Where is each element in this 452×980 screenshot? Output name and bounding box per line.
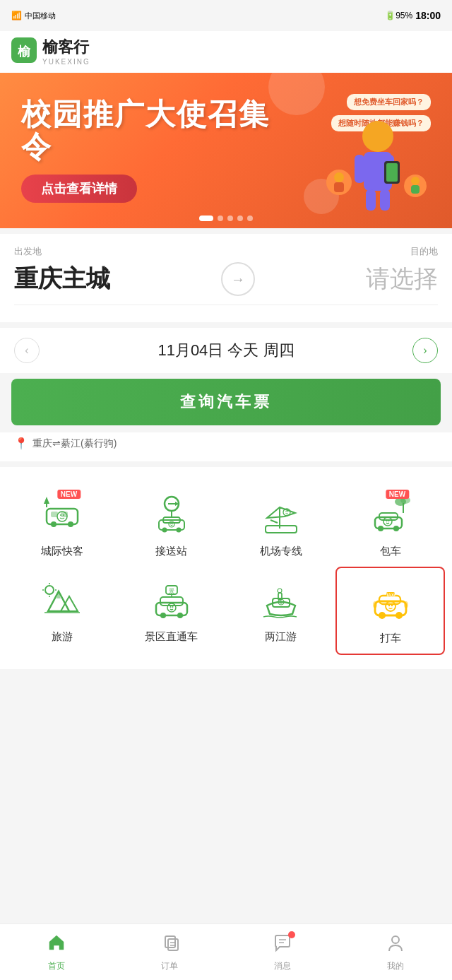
recent-route-section[interactable]: 📍 重庆⇌綦江(綦行驹)	[0, 432, 452, 461]
svg-point-14	[411, 177, 420, 185]
svg-point-33	[176, 528, 181, 533]
nav-label-mine: 我的	[387, 960, 404, 972]
svg-point-84	[391, 605, 392, 606]
svg-point-20	[68, 521, 73, 527]
services-grid: NEW 城际快客	[7, 481, 445, 655]
svg-point-85	[404, 601, 408, 608]
svg-point-93	[392, 936, 399, 943]
svg-point-50	[388, 520, 389, 521]
svg-point-48	[383, 517, 392, 526]
battery-icon: 🔋95%	[385, 11, 412, 20]
svg-point-83	[388, 605, 389, 606]
new-badge-baochu: NEW	[386, 490, 409, 499]
dot-1	[199, 216, 213, 221]
svg-rect-61	[160, 597, 183, 606]
banner-button[interactable]: 点击查看详情	[21, 175, 137, 203]
service-label-liangjiang: 两江游	[265, 630, 297, 644]
service-label-dache: 打车	[380, 632, 401, 645]
date-display[interactable]: 11月04日 今天 周四	[157, 340, 294, 361]
svg-rect-6	[366, 189, 376, 211]
app-logo-icon: 榆	[11, 37, 37, 66]
svg-point-63	[177, 613, 183, 618]
nav-item-mine[interactable]: 我的	[339, 927, 452, 978]
promotional-banner[interactable]: 校园推广大使召集令 点击查看详情 想免费坐车回家吗？ 想随时随地都能赚钱吗？	[0, 73, 452, 228]
service-item-dache[interactable]: TAXI 打车	[335, 567, 445, 655]
svg-point-82	[386, 601, 396, 611]
departure-city[interactable]: 重庆主城	[14, 263, 110, 295]
banner-title: 校园推广大使召集令	[21, 98, 290, 163]
dot-5	[247, 216, 253, 221]
svg-point-62	[160, 613, 166, 618]
svg-rect-37	[266, 526, 297, 533]
network-icon: 📶	[11, 11, 22, 20]
svg-marker-22	[44, 497, 49, 504]
service-label-jingqu: 景区直通车	[145, 630, 198, 644]
app-header: 榆 榆客行 YUKEXING	[0, 31, 452, 73]
service-item-baochu[interactable]: NEW 包车	[335, 481, 445, 567]
time-display: 18:00	[415, 10, 441, 21]
svg-point-47	[393, 526, 399, 531]
svg-point-66	[172, 606, 173, 608]
service-item-lvyou[interactable]: 旅游	[7, 567, 117, 655]
nav-item-home[interactable]: 首页	[0, 927, 113, 978]
dot-2	[218, 216, 223, 221]
departure-label: 出发地	[14, 245, 42, 258]
svg-point-49	[386, 520, 387, 521]
svg-rect-88	[168, 939, 178, 950]
app-logo-text: 榆客行	[42, 37, 90, 58]
orders-icon	[160, 933, 179, 957]
swap-route-button[interactable]: →	[221, 262, 255, 296]
status-bar: 📶 中国移动 🔋95% 18:00	[0, 0, 452, 31]
service-icon-wrap-jiesong	[147, 490, 196, 539]
home-icon	[47, 933, 66, 957]
banner-illustration: 想免费坐车回家吗？ 想随时随地都能赚钱吗？	[290, 87, 431, 214]
speech-bubble-1: 想免费坐车回家吗？	[347, 94, 431, 110]
divider	[14, 305, 438, 305]
nav-label-messages: 消息	[274, 960, 291, 972]
next-date-button[interactable]: ›	[412, 338, 438, 363]
banner-text-block: 校园推广大使召集令 点击查看详情	[21, 98, 290, 203]
date-section[interactable]: ‹ 11月04日 今天 周四 ›	[0, 328, 452, 373]
banner-dots	[199, 216, 253, 221]
service-item-jiesong[interactable]: 接送站	[117, 481, 226, 567]
signal-icon: 中国移动	[25, 11, 56, 21]
service-label-jiesong: 接送站	[155, 545, 187, 558]
route-section: 出发地 目的地 重庆主城 → 请选择	[0, 234, 452, 322]
service-item-jingqu[interactable]: 景 景区直通车	[117, 567, 226, 655]
route-row[interactable]: 重庆主城 → 请选择	[14, 262, 438, 296]
search-bus-ticket-button[interactable]: 查询汽车票	[11, 379, 441, 425]
nav-item-orders[interactable]: 订单	[113, 927, 226, 978]
recent-route-text[interactable]: 重庆⇌綦江(綦行驹)	[32, 437, 117, 450]
svg-point-40	[287, 511, 288, 512]
svg-point-64	[167, 603, 176, 612]
status-right: 🔋95% 18:00	[385, 10, 441, 21]
service-icon-wrap-baochu: NEW	[366, 490, 415, 539]
nav-label-home: 首页	[48, 960, 65, 972]
svg-point-86	[373, 601, 377, 608]
svg-point-25	[63, 514, 64, 516]
svg-rect-9	[386, 163, 398, 182]
svg-point-78	[379, 612, 386, 619]
prev-date-button[interactable]: ‹	[14, 338, 40, 363]
service-item-liangjiang[interactable]: 两江游	[226, 567, 335, 655]
services-section: NEW 城际快客	[0, 467, 452, 669]
svg-point-75	[281, 601, 282, 601]
svg-point-32	[162, 528, 167, 533]
nav-label-orders: 订单	[161, 960, 178, 972]
nav-item-messages[interactable]: 消息	[226, 927, 339, 978]
service-item-jichang[interactable]: 机场专线	[226, 481, 335, 567]
service-label-lvyou: 旅游	[52, 630, 73, 644]
destination-city[interactable]: 请选择	[366, 263, 438, 295]
svg-rect-13	[334, 182, 344, 192]
svg-point-2	[362, 121, 393, 152]
service-label-jichang: 机场专线	[260, 545, 302, 558]
service-icon-wrap-jichang	[256, 490, 306, 539]
svg-point-79	[396, 612, 403, 619]
content-spacer	[0, 675, 452, 816]
svg-rect-15	[411, 185, 420, 194]
service-item-chengji[interactable]: NEW 城际快客	[7, 481, 117, 567]
svg-rect-7	[380, 189, 390, 211]
svg-point-35	[170, 523, 172, 524]
service-label-chengji: 城际快客	[41, 545, 83, 558]
profile-icon	[386, 933, 405, 957]
